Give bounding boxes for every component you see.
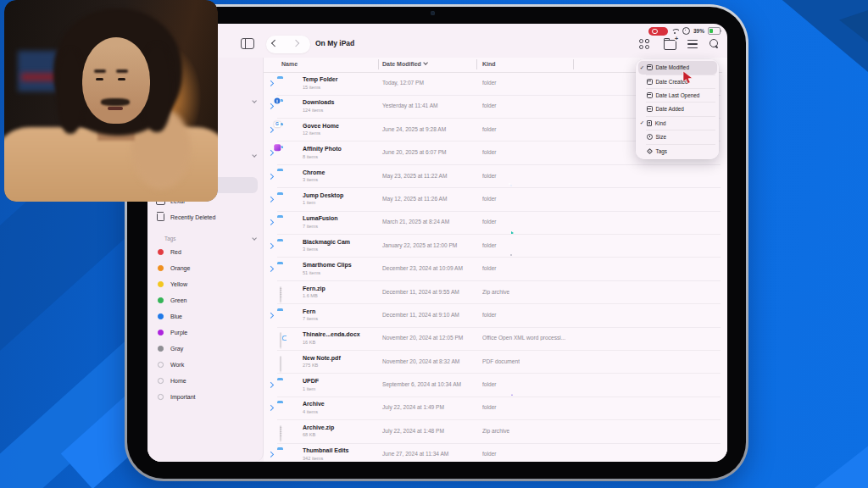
table-row-updf[interactable]: UPDF 1 item September 6, 2024 at 10:34 A… — [264, 374, 727, 396]
menu-item-date-added[interactable]: Date Added — [638, 103, 717, 116]
search-button[interactable] — [709, 39, 718, 47]
file-kind: folder — [482, 404, 497, 410]
sidebar-item-green[interactable]: Green — [153, 292, 258, 308]
disclosure-chevron-icon[interactable] — [268, 103, 274, 109]
trash-icon — [157, 214, 164, 221]
sidebar-item-work[interactable]: Work — [153, 357, 258, 373]
file-name: LumaFusion — [303, 215, 338, 221]
file-meta: 16 KB — [303, 340, 315, 345]
table-row-archive-zip[interactable]: Archive.zip 68 KB July 22, 2024 at 1:48 … — [264, 420, 727, 443]
search-icon — [709, 39, 718, 47]
table-row-thumbnail-edits[interactable]: Thumbnail Edits 342 items June 27, 2024 … — [264, 443, 727, 462]
file-name: Govee Home — [303, 123, 339, 129]
table-row-new-note-pdf[interactable]: New Note.pdf 275 KB November 20, 2024 at… — [264, 351, 727, 374]
back-button[interactable] — [272, 41, 277, 46]
column-header-date-modified[interactable]: Date Modified — [382, 61, 427, 67]
file-date-modified: December 23, 2024 at 10:09 AM — [382, 265, 463, 271]
tag-dot-icon — [158, 249, 164, 255]
menu-item-size[interactable]: Size — [638, 130, 717, 143]
sidebar-item-yellow[interactable]: Yellow — [153, 276, 258, 292]
menu-item-date-modified[interactable]: ✓ Date Modified — [638, 61, 717, 75]
table-row-thinaire-enda-docx[interactable]: Thinaire...enda.docx 16 KB November 20, … — [264, 327, 727, 350]
disclosure-chevron-icon[interactable] — [268, 382, 274, 388]
chevron-right-icon — [292, 40, 300, 47]
file-date-modified: January 22, 2025 at 12:00 PM — [382, 242, 457, 248]
chevron-down-icon — [252, 152, 257, 158]
disclosure-chevron-icon[interactable] — [268, 174, 274, 180]
tag-dot-icon — [158, 394, 164, 400]
table-row-archive[interactable]: Archive 4 items July 22, 2024 at 1:49 PM… — [264, 396, 727, 419]
tag-dot-icon — [158, 330, 164, 336]
file-name: Blackmagic Cam — [303, 239, 350, 245]
downloads-badge-icon — [275, 98, 281, 104]
sidebar-item-purple[interactable]: Purple — [153, 324, 258, 341]
file-meta: 4 items — [303, 409, 318, 414]
file-name: Jump Desktop — [303, 192, 343, 198]
sidebar-toggle-button[interactable] — [241, 38, 254, 49]
disclosure-chevron-icon[interactable] — [268, 452, 274, 458]
column-header-kind[interactable]: Kind — [482, 61, 496, 67]
calendar-icon — [647, 79, 653, 85]
file-kind: folder — [482, 80, 497, 86]
docx-file-icon — [280, 332, 281, 348]
disclosure-chevron-icon[interactable] — [268, 243, 274, 249]
sidebar-item-important[interactable]: Important — [153, 389, 258, 405]
file-date-modified: May 12, 2025 at 11:26 AM — [382, 196, 448, 202]
tag-dot-icon — [158, 362, 164, 368]
table-row-lumafusion[interactable]: LumaFusion 7 items March 21, 2025 at 8:2… — [264, 211, 727, 234]
sidebar-item-home[interactable]: Home — [153, 373, 258, 389]
disclosure-chevron-icon[interactable] — [268, 405, 274, 411]
tag-dot-icon — [158, 297, 164, 303]
sort-menu: ✓ Date Modified Date Created Date Last O… — [636, 59, 719, 159]
table-row-chrome[interactable]: Chrome 3 items May 23, 2025 at 11:22 AM … — [264, 165, 727, 188]
column-separator — [573, 59, 574, 69]
sidebar-item-gray[interactable]: Gray — [153, 341, 258, 357]
file-kind: folder — [482, 219, 497, 225]
tag-dot-icon — [158, 313, 164, 319]
file-kind: folder — [482, 451, 497, 457]
status-bar: 39% — [648, 26, 721, 36]
table-row-blackmagic-cam[interactable]: Blackmagic Cam 3 items January 22, 2025 … — [264, 235, 727, 258]
menu-item-date-created[interactable]: Date Created — [638, 75, 717, 88]
disclosure-chevron-icon[interactable] — [268, 313, 274, 319]
menu-item-tags[interactable]: Tags — [638, 144, 717, 158]
calendar-icon — [647, 64, 653, 70]
column-separator — [378, 59, 379, 69]
battery-icon — [708, 27, 721, 35]
front-camera-icon — [431, 11, 435, 15]
sidebar-item-red[interactable]: Red — [153, 244, 258, 260]
grid-view-icon — [639, 39, 649, 49]
file-meta: 15 items — [303, 85, 320, 90]
table-row-fern[interactable]: Fern 7 items December 11, 2024 at 9:10 A… — [264, 304, 727, 327]
file-meta: 1 item — [303, 386, 315, 391]
sidebar-item-recently-deleted[interactable]: Recently Deleted — [153, 209, 258, 225]
disclosure-chevron-icon[interactable] — [268, 80, 274, 86]
column-header-name[interactable]: Name — [281, 61, 298, 67]
list-view-icon — [687, 40, 698, 48]
list-view-button[interactable] — [687, 40, 698, 48]
disclosure-chevron-icon[interactable] — [268, 266, 274, 272]
table-row-fern-zip[interactable]: Fern.zip 1.6 MB December 11, 2024 at 9:5… — [264, 281, 727, 304]
sidebar-item-orange[interactable]: Orange — [153, 260, 258, 276]
new-folder-button[interactable] — [664, 40, 676, 50]
disclosure-chevron-icon[interactable] — [268, 219, 274, 225]
forward-button[interactable] — [293, 41, 298, 46]
table-row-jump-desktop[interactable]: Jump Desktop 1 item May 12, 2025 at 11:2… — [264, 188, 727, 211]
sidebar-section-header-tags[interactable]: Tags — [164, 232, 256, 244]
menu-item-kind[interactable]: ✓ Kind — [638, 116, 717, 130]
sidebar-item-blue[interactable]: Blue — [153, 308, 258, 324]
calendar-icon — [647, 106, 653, 112]
disclosure-chevron-icon[interactable] — [268, 197, 274, 202]
menu-item-date-last-opened[interactable]: Date Last Opened — [638, 88, 717, 102]
view-options-button[interactable] — [639, 39, 649, 49]
file-date-modified: Yesterday at 11:41 AM — [382, 103, 438, 108]
disclosure-chevron-icon[interactable] — [268, 150, 274, 156]
screen-recording-indicator-icon[interactable] — [648, 27, 668, 36]
file-date-modified: May 23, 2025 at 11:22 AM — [382, 173, 448, 179]
checkmark-icon: ✓ — [638, 64, 647, 71]
file-meta: 1 item — [303, 200, 315, 205]
files-app-window: 39% On My iPad Favorites — [147, 24, 727, 462]
table-row-smarthome-clips[interactable]: Smarthome Clips 51 items December 23, 20… — [264, 258, 727, 280]
disclosure-chevron-icon[interactable] — [268, 127, 274, 133]
file-meta: 342 items — [303, 456, 323, 461]
